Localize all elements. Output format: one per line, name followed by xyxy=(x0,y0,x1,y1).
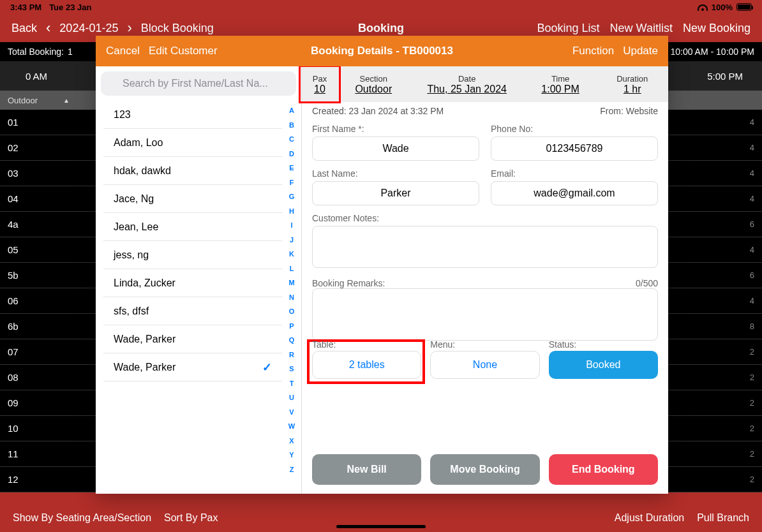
menu-label: Menu: xyxy=(430,339,455,350)
pull-branch-button[interactable]: Pull Branch xyxy=(697,512,749,524)
chevron-right-icon[interactable]: › xyxy=(127,20,131,36)
table-pax: 6 xyxy=(750,270,754,280)
show-by-section-button[interactable]: Show By Seating Area/Section xyxy=(13,512,151,524)
summary-date[interactable]: Date Thu, 25 Jan 2024 xyxy=(410,66,525,102)
table-button[interactable]: 2 tables xyxy=(312,351,421,379)
total-booking-value: 1 xyxy=(68,47,73,57)
modal-title: Booking Details - TB000013 xyxy=(311,45,453,57)
total-booking-label: Total Booking: xyxy=(8,47,64,57)
contact-list[interactable]: 123Adam, Loohdak, dawkdJace, NgJean, Lee… xyxy=(96,101,301,494)
list-item[interactable]: Wade, Parker✓ xyxy=(103,353,282,381)
contact-name: Wade, Parker xyxy=(114,334,176,345)
new-waitlist-button[interactable]: New Waitlist xyxy=(610,22,673,35)
block-booking-button[interactable]: Block Booking xyxy=(141,22,214,35)
booking-list-button[interactable]: Booking List xyxy=(537,22,600,35)
summary-section[interactable]: Section Outdoor xyxy=(338,66,410,102)
battery-icon xyxy=(736,3,752,11)
alpha-letter[interactable]: D xyxy=(289,147,294,161)
list-item[interactable]: Jace, Ng xyxy=(103,185,282,213)
alpha-letter[interactable]: T xyxy=(290,376,294,391)
move-booking-button[interactable]: Move Booking xyxy=(430,454,539,485)
remarks-label: Booking Remarks: xyxy=(312,278,385,288)
alpha-letter[interactable]: G xyxy=(289,189,295,204)
list-item[interactable]: Jean, Lee xyxy=(103,213,282,241)
new-booking-button[interactable]: New Booking xyxy=(683,22,751,35)
table-pax: 2 xyxy=(750,449,754,459)
alpha-letter[interactable]: W xyxy=(288,419,295,434)
table-pax: 4 xyxy=(750,168,754,178)
alpha-letter[interactable]: N xyxy=(289,290,294,305)
table-pax: 8 xyxy=(750,321,754,331)
alpha-letter[interactable]: Y xyxy=(289,448,294,462)
first-name-label: First Name *: xyxy=(312,124,479,134)
new-bill-button[interactable]: New Bill xyxy=(312,454,421,485)
table-name: 4a xyxy=(8,219,19,230)
nav-date[interactable]: 2024-01-25 xyxy=(59,22,118,35)
summary-row: Pax 10 Section Outdoor Date Thu, 25 Jan … xyxy=(302,66,668,102)
alpha-letter[interactable]: F xyxy=(290,175,294,190)
booking-details-modal: Cancel Edit Customer Booking Details - T… xyxy=(96,36,668,494)
alpha-letter[interactable]: A xyxy=(289,103,294,118)
phone-field[interactable] xyxy=(491,137,658,161)
list-item[interactable]: jess, ng xyxy=(103,241,282,269)
remarks-count: 0/500 xyxy=(636,278,658,288)
alpha-letter[interactable]: X xyxy=(289,434,294,448)
alpha-letter[interactable]: Z xyxy=(290,462,294,477)
booking-remarks-field[interactable] xyxy=(312,288,658,341)
summary-duration[interactable]: Duration 1 hr xyxy=(596,66,668,102)
chevron-left-icon[interactable]: ‹ xyxy=(46,20,50,36)
status-button[interactable]: Booked xyxy=(549,351,658,379)
alpha-letter[interactable]: M xyxy=(288,276,294,290)
alpha-letter[interactable]: V xyxy=(289,405,294,420)
summary-pax[interactable]: Pax 10 xyxy=(302,66,338,102)
list-item[interactable]: Adam, Loo xyxy=(103,129,282,157)
function-button[interactable]: Function xyxy=(572,45,614,57)
booking-form-panel: Pax 10 Section Outdoor Date Thu, 25 Jan … xyxy=(301,66,668,494)
list-item[interactable]: sfs, dfsf xyxy=(103,297,282,325)
update-button[interactable]: Update xyxy=(623,45,658,57)
alpha-letter[interactable]: L xyxy=(290,262,294,276)
table-label: Table: xyxy=(312,339,336,350)
table-name: 06 xyxy=(8,295,19,306)
alpha-letter[interactable]: C xyxy=(289,132,294,147)
customer-notes-field[interactable] xyxy=(312,226,658,268)
alpha-letter[interactable]: U xyxy=(289,390,294,405)
table-name: 04 xyxy=(8,193,19,204)
list-item[interactable]: Linda, Zucker xyxy=(103,269,282,297)
adjust-duration-button[interactable]: Adjust Duration xyxy=(615,512,684,524)
alpha-letter[interactable]: B xyxy=(289,118,294,133)
section-name: Outdoor xyxy=(8,96,38,105)
alpha-letter[interactable]: K xyxy=(289,247,294,262)
alpha-letter[interactable]: E xyxy=(289,161,294,175)
contact-name: Adam, Loo xyxy=(114,137,163,149)
wifi-icon xyxy=(698,3,708,11)
back-button[interactable]: Back xyxy=(11,22,37,35)
cancel-button[interactable]: Cancel xyxy=(106,45,140,57)
alpha-letter[interactable]: I xyxy=(290,218,292,233)
alpha-index[interactable]: ABCDEFGHIJKLMNOPQRSTUVWXYZ xyxy=(285,103,299,477)
alpha-letter[interactable]: R xyxy=(289,348,294,362)
end-booking-button[interactable]: End Booking xyxy=(549,454,658,485)
list-item[interactable]: hdak, dawkd xyxy=(103,157,282,185)
alpha-letter[interactable]: Q xyxy=(289,333,295,348)
contact-name: 123 xyxy=(114,109,131,121)
last-name-field[interactable] xyxy=(312,181,479,205)
sort-by-pax-button[interactable]: Sort By Pax xyxy=(164,512,218,524)
status-label: Status: xyxy=(549,339,577,350)
table-name: 08 xyxy=(8,372,19,383)
list-item[interactable]: Wade, Parker xyxy=(103,325,282,353)
alpha-letter[interactable]: P xyxy=(289,319,294,334)
first-name-field[interactable] xyxy=(312,137,479,161)
edit-customer-button[interactable]: Edit Customer xyxy=(149,45,218,57)
search-input[interactable] xyxy=(101,71,296,96)
alpha-letter[interactable]: J xyxy=(290,233,294,248)
menu-button[interactable]: None xyxy=(430,351,539,379)
list-item[interactable]: 123 xyxy=(103,101,282,129)
contact-name: Linda, Zucker xyxy=(114,277,176,289)
summary-time[interactable]: Time 1:00 PM xyxy=(525,66,597,102)
alpha-letter[interactable]: O xyxy=(289,304,295,319)
opening-hours: 10:00 AM - 10:00 PM xyxy=(670,47,754,57)
alpha-letter[interactable]: H xyxy=(289,204,294,219)
alpha-letter[interactable]: S xyxy=(289,362,294,376)
email-field[interactable] xyxy=(491,181,658,205)
